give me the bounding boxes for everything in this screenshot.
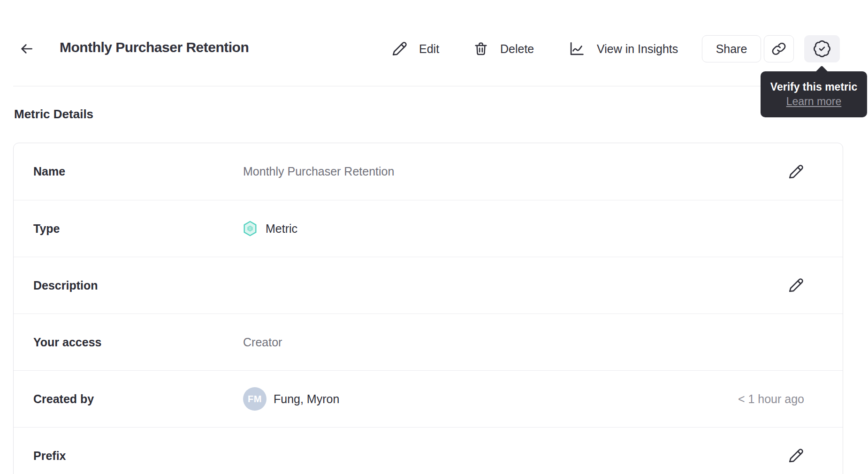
creator-name: Fung, Myron: [274, 392, 339, 406]
row-label: Your access: [33, 336, 243, 349]
edit-description-button[interactable]: [787, 277, 804, 294]
view-in-insights-label: View in Insights: [597, 42, 678, 56]
detail-row-name: Name Monthly Purchaser Retention: [14, 143, 843, 200]
line-chart-icon: [568, 40, 586, 58]
pencil-icon: [787, 447, 804, 464]
row-label: Prefix: [33, 449, 243, 463]
edit-button[interactable]: Edit: [391, 38, 439, 59]
edit-name-button[interactable]: [787, 163, 804, 180]
verified-badge-icon: [813, 39, 831, 58]
pencil-icon: [787, 277, 804, 294]
link-icon: [771, 41, 786, 56]
section-heading: Metric Details: [14, 107, 93, 122]
header-divider: [13, 86, 855, 86]
row-label: Created by: [33, 392, 243, 406]
metric-hexagon-icon: [243, 221, 257, 237]
header: Monthly Purchaser Retention Edit Delete …: [0, 0, 868, 86]
detail-row-type: Type Metric: [14, 200, 843, 257]
row-label: Description: [33, 279, 243, 292]
tooltip-title: Verify this metric: [770, 81, 857, 93]
verify-button[interactable]: [804, 35, 840, 62]
delete-label: Delete: [500, 42, 534, 56]
view-in-insights-button[interactable]: View in Insights: [568, 38, 678, 59]
detail-row-your-access: Your access Creator: [14, 313, 843, 370]
metric-details-card: Name Monthly Purchaser Retention Type Me…: [13, 143, 843, 474]
copy-link-button[interactable]: [764, 35, 794, 62]
edit-label: Edit: [419, 42, 439, 56]
pencil-icon: [787, 163, 804, 180]
detail-row-created-by: Created by FM Fung, Myron < 1 hour ago: [14, 370, 843, 427]
pencil-icon: [391, 40, 408, 57]
tooltip-arrow: [815, 66, 829, 80]
page-title: Monthly Purchaser Retention: [60, 39, 249, 55]
verify-tooltip: Verify this metric Learn more: [761, 71, 867, 117]
detail-row-description: Description: [14, 257, 843, 313]
avatar: FM: [243, 387, 266, 411]
row-label: Type: [33, 222, 243, 236]
arrow-left-icon: [19, 41, 35, 57]
row-label: Name: [33, 165, 243, 178]
type-value: Metric: [266, 222, 297, 236]
delete-button[interactable]: Delete: [473, 38, 534, 59]
learn-more-link[interactable]: Learn more: [786, 95, 842, 108]
trash-icon: [473, 41, 489, 57]
edit-prefix-button[interactable]: [787, 447, 804, 464]
row-value: Creator: [243, 336, 282, 349]
detail-row-prefix: Prefix: [14, 427, 843, 474]
share-button[interactable]: Share: [702, 35, 761, 62]
created-timestamp: < 1 hour ago: [738, 392, 804, 406]
back-button[interactable]: [19, 39, 39, 58]
row-value: Monthly Purchaser Retention: [243, 165, 394, 178]
